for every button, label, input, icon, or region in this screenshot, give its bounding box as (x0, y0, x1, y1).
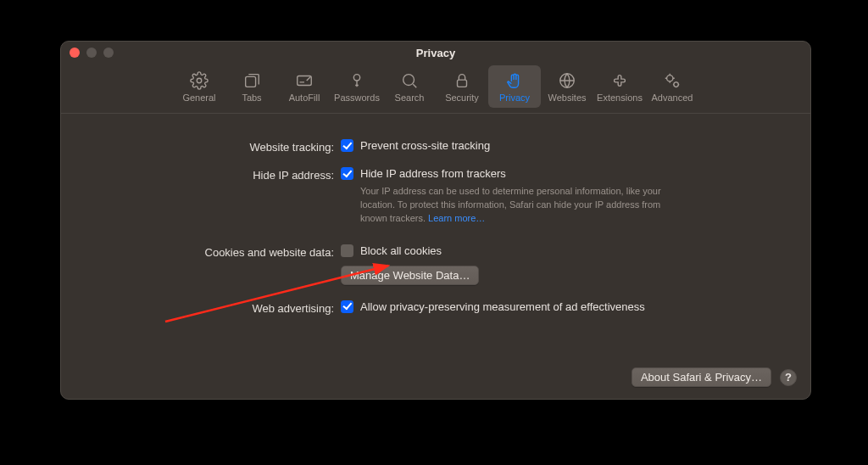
tab-label: Extensions (597, 92, 643, 103)
tab-label: AutoFill (289, 92, 320, 103)
svg-rect-5 (458, 80, 467, 87)
learn-more-link[interactable]: Learn more… (428, 213, 485, 223)
tab-security[interactable]: Security (436, 65, 488, 108)
svg-point-7 (667, 75, 673, 81)
help-button[interactable]: ? (780, 369, 797, 386)
tab-label: Advanced (652, 92, 693, 103)
search-icon (400, 71, 419, 90)
checkbox-ad-measurement[interactable] (341, 300, 353, 313)
lock-icon (453, 71, 471, 90)
svg-point-4 (403, 74, 415, 85)
checkbox-label: Prevent cross-site tracking (360, 139, 490, 152)
footer: About Safari & Privacy… ? (632, 367, 797, 387)
label-web-advertising: Web advertising: (78, 300, 341, 315)
svg-point-0 (197, 78, 202, 83)
svg-rect-1 (246, 76, 256, 87)
tab-tabs[interactable]: Tabs (225, 65, 278, 108)
autofill-icon (295, 71, 314, 90)
titlebar: Privacy (61, 42, 810, 64)
row-web-advertising: Web advertising: Allow privacy-preservin… (78, 300, 793, 315)
label-cookies: Cookies and website data: (78, 244, 341, 259)
tab-autofill[interactable]: AutoFill (278, 65, 331, 108)
tab-general[interactable]: General (173, 65, 225, 108)
tabs-icon (242, 71, 261, 90)
window-title: Privacy (61, 47, 810, 59)
tab-label: Security (445, 92, 479, 103)
preferences-toolbar: General Tabs AutoFill Passwords Search (61, 64, 810, 114)
label-website-tracking: Website tracking: (78, 139, 341, 154)
gears-icon (663, 71, 682, 90)
tab-extensions[interactable]: Extensions (593, 65, 646, 108)
checkbox-label: Hide IP address from trackers (360, 167, 506, 180)
svg-point-8 (674, 81, 679, 87)
checkbox-hide-ip[interactable] (341, 167, 353, 180)
tab-privacy[interactable]: Privacy (488, 65, 541, 108)
checkbox-label: Block all cookies (360, 244, 442, 257)
tab-label: Privacy (499, 92, 530, 103)
checkbox-label: Allow privacy-preserving measurement of … (360, 300, 645, 313)
row-cookies: Cookies and website data: Block all cook… (78, 244, 793, 285)
manage-website-data-button[interactable]: Manage Website Data… (341, 266, 479, 285)
preferences-window: Privacy General Tabs AutoFill Passwords (60, 41, 811, 400)
row-website-tracking: Website tracking: Prevent cross-site tra… (78, 139, 793, 154)
tab-label: Search (395, 92, 425, 103)
globe-icon (558, 71, 576, 90)
puzzle-icon (610, 71, 629, 90)
gear-icon (190, 71, 209, 90)
tab-advanced[interactable]: Advanced (646, 65, 698, 108)
hand-icon (505, 71, 524, 90)
hide-ip-description: Your IP address can be used to determine… (341, 185, 688, 226)
svg-point-3 (353, 74, 359, 80)
tab-label: General (182, 92, 215, 103)
tab-label: Passwords (334, 92, 380, 103)
about-safari-privacy-button[interactable]: About Safari & Privacy… (632, 367, 771, 387)
checkbox-prevent-cross-site[interactable] (341, 139, 353, 152)
privacy-pane: Website tracking: Prevent cross-site tra… (61, 114, 810, 315)
row-hide-ip: Hide IP address: Hide IP address from tr… (78, 167, 793, 226)
tab-label: Tabs (242, 92, 261, 103)
tab-label: Websites (548, 92, 586, 103)
tab-passwords[interactable]: Passwords (331, 65, 383, 108)
checkbox-block-cookies[interactable] (341, 244, 353, 257)
tab-websites[interactable]: Websites (541, 65, 593, 108)
key-icon (348, 71, 366, 90)
tab-search[interactable]: Search (383, 65, 436, 108)
label-hide-ip: Hide IP address: (78, 167, 341, 182)
